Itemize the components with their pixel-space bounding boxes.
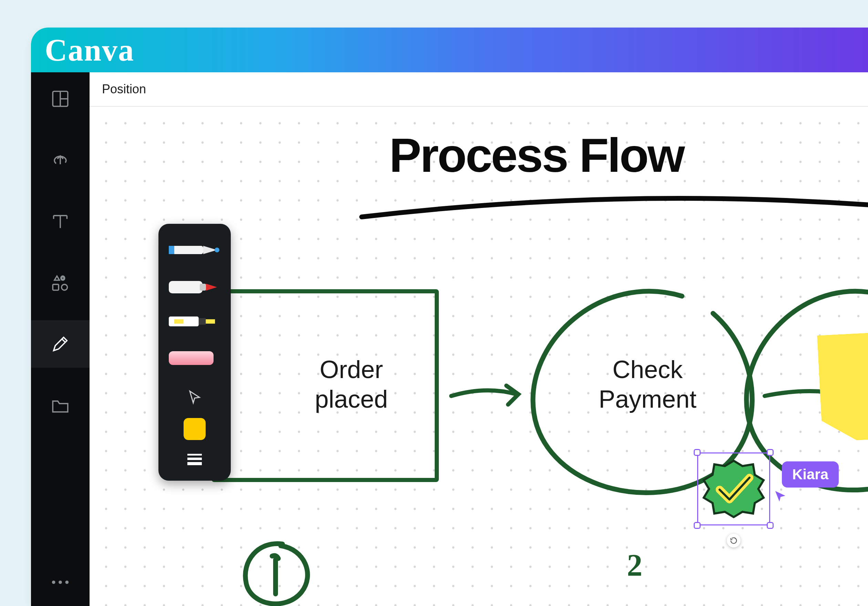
collaborator-name: Kiara — [782, 461, 839, 487]
svg-rect-22 — [174, 319, 184, 324]
flow-node-label[interactable]: Order placed — [282, 355, 420, 414]
highlighter-icon — [169, 311, 220, 332]
highlighter-tool[interactable] — [169, 311, 220, 338]
sidebar-item-text[interactable] — [31, 212, 90, 231]
sidebar-item-more[interactable] — [31, 579, 90, 585]
design-icon — [50, 89, 70, 109]
svg-point-11 — [52, 581, 56, 584]
pen-red-icon — [169, 274, 220, 301]
workspace: Position Process Flow Order placed — [31, 72, 868, 606]
pen-tool-red[interactable] — [169, 274, 220, 301]
step-number[interactable]: 2 — [627, 547, 642, 583]
cursor-icon — [186, 388, 203, 405]
folder-icon — [50, 395, 70, 415]
svg-point-17 — [215, 247, 219, 252]
svg-rect-8 — [53, 284, 59, 290]
main: Position Process Flow Order placed — [90, 72, 868, 606]
stroke-weight-icon — [186, 452, 203, 465]
brand-logo: Canva — [45, 32, 134, 68]
svg-line-10 — [62, 339, 65, 343]
svg-rect-24 — [206, 319, 215, 324]
sidebar-item-uploads[interactable] — [31, 150, 90, 170]
step-number[interactable] — [238, 537, 313, 606]
svg-marker-20 — [206, 284, 217, 291]
eraser-icon — [169, 348, 220, 368]
text-icon — [50, 212, 70, 231]
left-sidebar — [31, 72, 90, 606]
rotate-handle[interactable] — [727, 534, 741, 547]
svg-rect-18 — [169, 281, 203, 293]
upload-icon — [50, 150, 70, 170]
resize-handle[interactable] — [694, 522, 701, 529]
svg-point-9 — [62, 284, 68, 290]
title-underline — [358, 189, 868, 224]
svg-rect-27 — [188, 458, 202, 460]
svg-rect-26 — [188, 454, 202, 456]
selected-sticker[interactable] — [699, 454, 768, 523]
cursor-tool[interactable] — [186, 388, 203, 406]
canvas-title[interactable]: Process Flow — [389, 127, 684, 183]
collaborator-cursor-icon — [773, 489, 789, 504]
pen-blue-icon — [169, 236, 220, 264]
resize-handle[interactable] — [767, 449, 773, 456]
position-button[interactable]: Position — [102, 82, 146, 96]
sidebar-item-elements[interactable] — [31, 273, 90, 293]
flow-node-label[interactable]: Check Payment — [579, 355, 716, 414]
stroke-weight-button[interactable] — [186, 452, 203, 467]
color-picker[interactable] — [184, 418, 206, 440]
svg-rect-19 — [200, 284, 206, 291]
eraser-tool[interactable] — [169, 348, 220, 375]
context-toolbar: Position — [90, 72, 868, 107]
svg-rect-25 — [169, 351, 214, 365]
app-window: Canva — [31, 28, 868, 606]
sidebar-item-draw[interactable] — [31, 320, 90, 368]
elements-icon — [50, 273, 70, 293]
rotate-icon — [730, 537, 738, 544]
title-bar: Canva — [31, 28, 868, 72]
checkmark-badge-icon — [702, 457, 765, 521]
resize-handle[interactable] — [694, 449, 701, 456]
sidebar-item-projects[interactable] — [31, 395, 90, 415]
flow-arrow — [448, 375, 524, 417]
sidebar-item-design[interactable] — [31, 89, 90, 109]
svg-rect-28 — [188, 462, 202, 465]
svg-rect-23 — [199, 318, 206, 325]
more-icon — [50, 579, 70, 585]
pencil-icon — [50, 334, 70, 354]
svg-point-13 — [65, 581, 69, 584]
pen-tool-blue[interactable] — [169, 236, 220, 264]
svg-point-12 — [59, 581, 62, 584]
whiteboard-canvas[interactable]: Process Flow Order placed — [90, 107, 868, 606]
svg-rect-21 — [169, 317, 199, 326]
draw-tool-tray[interactable] — [158, 224, 231, 481]
svg-rect-15 — [169, 246, 174, 254]
resize-handle[interactable] — [767, 522, 773, 529]
